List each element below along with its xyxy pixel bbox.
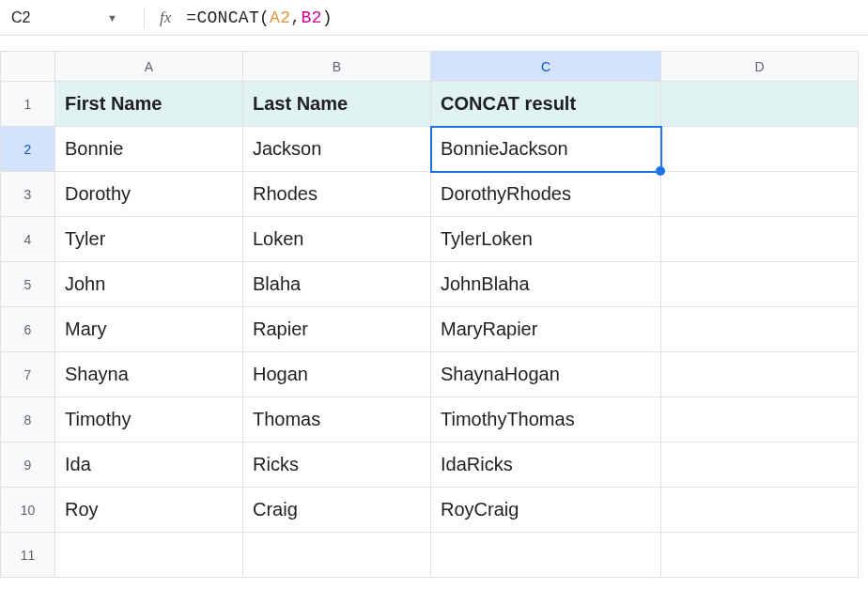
table-row: 6MaryRapierMaryRapier (1, 307, 859, 352)
divider (144, 8, 145, 28)
row-header[interactable]: 8 (1, 397, 55, 442)
row-header[interactable]: 1 (1, 82, 55, 127)
cell-d6[interactable] (661, 307, 859, 352)
col-header-b[interactable]: B (243, 52, 431, 82)
name-box-dropdown-icon[interactable]: ▼ (107, 12, 117, 23)
spacer (0, 36, 868, 51)
cell-b3[interactable]: Rhodes (243, 172, 431, 217)
col-header-d[interactable]: D (661, 52, 859, 82)
table-row: 3DorothyRhodesDorothyRhodes (1, 172, 859, 217)
formula-comma: , (290, 8, 301, 27)
cell-c1[interactable]: CONCAT result (431, 82, 661, 127)
cell-a7[interactable]: Shayna (55, 352, 243, 397)
formula-bar: C2 ▼ fx =CONCAT(A2,B2) (0, 0, 868, 36)
cell-b6[interactable]: Rapier (243, 307, 431, 352)
cell-a6[interactable]: Mary (55, 307, 243, 352)
cell-c5[interactable]: JohnBlaha (431, 262, 661, 307)
cell-d10[interactable] (661, 488, 859, 533)
formula-prefix: =CONCAT( (186, 8, 270, 27)
row-header[interactable]: 7 (1, 352, 55, 397)
select-all-corner[interactable] (1, 52, 55, 82)
cell-c3[interactable]: DorothyRhodes (431, 172, 661, 217)
table-row: 9IdaRicksIdaRicks (1, 442, 859, 488)
formula-arg1: A2 (270, 8, 290, 27)
cell-c8[interactable]: TimothyThomas (431, 397, 661, 442)
cell-d7[interactable] (661, 352, 859, 397)
cell-d1[interactable] (661, 82, 859, 127)
cell-b4[interactable]: Loken (243, 217, 431, 262)
column-header-row: A B C D (1, 52, 859, 82)
cell-d3[interactable] (661, 172, 859, 217)
cell-b7[interactable]: Hogan (243, 352, 431, 397)
formula-suffix: ) (322, 8, 333, 27)
col-header-a[interactable]: A (55, 52, 243, 82)
name-box[interactable]: C2 ▼ (8, 9, 134, 26)
spreadsheet-grid[interactable]: A B C D 1First NameLast NameCONCAT resul… (0, 51, 859, 578)
fx-icon: fx (160, 8, 171, 27)
cell-a2[interactable]: Bonnie (55, 127, 243, 172)
table-row: 7ShaynaHoganShaynaHogan (1, 352, 859, 397)
table-row: 10RoyCraigRoyCraig (1, 488, 859, 533)
cell-b9[interactable]: Ricks (243, 442, 431, 488)
row-header[interactable]: 3 (1, 172, 55, 217)
row-header[interactable]: 6 (1, 307, 55, 352)
cell-d9[interactable] (661, 442, 859, 488)
col-header-c[interactable]: C (431, 52, 661, 82)
spreadsheet-app: C2 ▼ fx =CONCAT(A2,B2) A B C D 1First Na… (0, 0, 868, 590)
cell-c4[interactable]: TylerLoken (431, 217, 661, 262)
cell-c11[interactable] (431, 533, 661, 578)
table-row: 4TylerLokenTylerLoken (1, 217, 859, 262)
cell-d2[interactable] (661, 127, 859, 172)
cell-a3[interactable]: Dorothy (55, 172, 243, 217)
cell-a1[interactable]: First Name (55, 82, 243, 127)
cell-b5[interactable]: Blaha (243, 262, 431, 307)
name-box-value: C2 (11, 9, 30, 26)
cell-a10[interactable]: Roy (55, 488, 243, 533)
cell-c9[interactable]: IdaRicks (431, 442, 661, 488)
row-header[interactable]: 2 (1, 127, 55, 172)
cell-b8[interactable]: Thomas (243, 397, 431, 442)
table-header-row: 1First NameLast NameCONCAT result (1, 82, 859, 127)
cell-a8[interactable]: Timothy (55, 397, 243, 442)
table-row: 8TimothyThomasTimothyThomas (1, 397, 859, 442)
cell-b11[interactable] (243, 533, 431, 578)
row-header[interactable]: 10 (1, 488, 55, 533)
row-header[interactable]: 5 (1, 262, 55, 307)
table-row: 2BonnieJacksonBonnieJackson (1, 127, 859, 172)
cell-a5[interactable]: John (55, 262, 243, 307)
table-row: 11 (1, 533, 859, 578)
row-header[interactable]: 11 (1, 533, 55, 578)
cell-b2[interactable]: Jackson (243, 127, 431, 172)
cell-a4[interactable]: Tyler (55, 217, 243, 262)
cell-c10[interactable]: RoyCraig (431, 488, 661, 533)
cell-d5[interactable] (661, 262, 859, 307)
cell-a9[interactable]: Ida (55, 442, 243, 488)
cell-c6[interactable]: MaryRapier (431, 307, 661, 352)
table-row: 5JohnBlahaJohnBlaha (1, 262, 859, 307)
row-header[interactable]: 4 (1, 217, 55, 262)
cell-a11[interactable] (55, 533, 243, 578)
cell-b10[interactable]: Craig (243, 488, 431, 533)
cell-b1[interactable]: Last Name (243, 82, 431, 127)
row-header[interactable]: 9 (1, 442, 55, 488)
formula-input[interactable]: =CONCAT(A2,B2) (186, 8, 332, 27)
cell-c7[interactable]: ShaynaHogan (431, 352, 661, 397)
cell-c2[interactable]: BonnieJackson (431, 127, 661, 172)
cell-d11[interactable] (661, 533, 859, 578)
cell-d8[interactable] (661, 397, 859, 442)
cell-d4[interactable] (661, 217, 859, 262)
formula-arg2: B2 (301, 8, 321, 27)
